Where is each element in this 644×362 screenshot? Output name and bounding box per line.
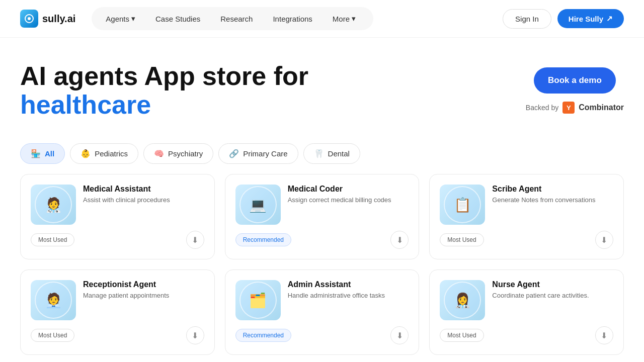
agent-figure: 🗂️ xyxy=(249,292,267,309)
filter-all[interactable]: 🏪All xyxy=(20,143,65,164)
filter-icon-primary-care: 🔗 xyxy=(229,149,239,158)
agent-badge: Most Used xyxy=(440,329,484,342)
agent-badge: Recommended xyxy=(235,329,291,342)
card-bottom: Most Used ⬇ xyxy=(31,231,204,249)
download-button[interactable]: ⬇ xyxy=(390,231,409,249)
filter-primary-care[interactable]: 🔗Primary Care xyxy=(218,143,298,164)
agent-badge: Recommended xyxy=(235,233,291,246)
yc-badge: Y xyxy=(562,102,575,114)
agent-badge: Most Used xyxy=(440,233,484,246)
agent-title: Scribe Agent xyxy=(492,185,613,194)
card-bottom: Recommended ⬇ xyxy=(235,326,409,344)
card-info: Nurse Agent Coordinate patient care acti… xyxy=(492,280,613,300)
download-button[interactable]: ⬇ xyxy=(186,231,204,249)
card-top: 🗂️ Admin Assistant Handle administrative… xyxy=(235,280,409,320)
agent-desc: Handle administrative office tasks xyxy=(288,291,409,300)
agent-desc: Generate Notes from conversations xyxy=(492,196,613,205)
download-icon: ⬇ xyxy=(192,331,198,340)
agent-card-scribe-agent[interactable]: 📋 Scribe Agent Generate Notes from conve… xyxy=(429,174,624,259)
agent-desc: Assist with clinical procedures xyxy=(83,196,204,205)
nav-research[interactable]: Research xyxy=(212,11,261,27)
card-top: 💻 Medical Coder Assign correct medical b… xyxy=(235,185,409,225)
download-icon: ⬇ xyxy=(601,235,607,245)
download-button[interactable]: ⬇ xyxy=(595,231,613,249)
download-button[interactable]: ⬇ xyxy=(186,326,204,344)
agent-image: 📋 xyxy=(440,185,485,225)
agent-desc: Assign correct medical billing codes xyxy=(288,196,409,205)
card-info: Scribe Agent Generate Notes from convers… xyxy=(492,185,613,205)
agent-card-admin-assistant[interactable]: 🗂️ Admin Assistant Handle administrative… xyxy=(225,269,420,355)
agent-figure: 📋 xyxy=(454,197,471,213)
sign-in-button[interactable]: Sign In xyxy=(503,9,551,29)
agent-figure: 💻 xyxy=(249,197,267,213)
filter-tabs: 🏪All👶Pediatrics🧠Psychiatry🔗Primary Care🦷… xyxy=(0,135,644,174)
nav-integrations[interactable]: Integrations xyxy=(265,11,320,27)
hero-section: AI agents App store for healthcare Book … xyxy=(0,38,644,135)
card-info: Medical Assistant Assist with clinical p… xyxy=(83,185,204,205)
external-link-icon: ↗ xyxy=(606,14,613,23)
book-demo-button[interactable]: Book a demo xyxy=(534,67,616,94)
agent-title: Receptionist Agent xyxy=(83,280,204,289)
chevron-down-icon: ▾ xyxy=(352,14,356,23)
agent-title: Admin Assistant xyxy=(288,280,409,289)
filter-pediatrics[interactable]: 👶Pediatrics xyxy=(70,143,138,164)
navbar: sully.ai Agents ▾ Case Studies Research … xyxy=(0,0,644,38)
download-button[interactable]: ⬇ xyxy=(595,326,613,344)
download-button[interactable]: ⬇ xyxy=(390,326,409,344)
card-top: 👩‍⚕️ Nurse Agent Coordinate patient care… xyxy=(440,280,613,320)
card-info: Receptionist Agent Manage patient appoin… xyxy=(83,280,204,300)
card-info: Medical Coder Assign correct medical bil… xyxy=(288,185,409,205)
filter-icon-all: 🏪 xyxy=(31,149,41,158)
filter-psychiatry[interactable]: 🧠Psychiatry xyxy=(143,143,213,164)
filter-icon-dental: 🦷 xyxy=(314,149,324,158)
agent-image: 🧑‍⚕️ xyxy=(31,185,76,225)
card-bottom: Most Used ⬇ xyxy=(440,326,613,344)
agent-card-medical-coder[interactable]: 💻 Medical Coder Assign correct medical b… xyxy=(225,174,420,259)
card-top: 🧑‍⚕️ Medical Assistant Assist with clini… xyxy=(31,185,204,225)
card-bottom: Most Used ⬇ xyxy=(440,231,613,249)
chevron-down-icon: ▾ xyxy=(131,14,135,23)
combinator-label: Combinator xyxy=(579,103,624,112)
filter-icon-psychiatry: 🧠 xyxy=(154,149,164,158)
nav-right: Sign In Hire Sully ↗ xyxy=(503,9,624,29)
download-icon: ⬇ xyxy=(601,331,607,340)
hire-sully-button[interactable]: Hire Sully ↗ xyxy=(557,9,624,28)
agent-title: Medical Assistant xyxy=(83,185,204,194)
card-bottom: Recommended ⬇ xyxy=(235,231,409,249)
agent-badge: Most Used xyxy=(31,233,74,246)
hero-right: Book a demo Backed by Y Combinator xyxy=(526,67,624,114)
agent-image: 🗂️ xyxy=(235,280,281,320)
agent-title: Nurse Agent xyxy=(492,280,613,289)
agent-badge: Most Used xyxy=(31,329,74,342)
card-top: 🧑‍💼 Receptionist Agent Manage patient ap… xyxy=(31,280,204,320)
download-icon: ⬇ xyxy=(396,235,403,245)
card-top: 📋 Scribe Agent Generate Notes from conve… xyxy=(440,185,613,225)
card-info: Admin Assistant Handle administrative of… xyxy=(288,280,409,300)
agents-grid: 🧑‍⚕️ Medical Assistant Assist with clini… xyxy=(0,174,644,362)
backed-by-label: Backed by xyxy=(526,104,558,112)
agent-figure: 👩‍⚕️ xyxy=(454,292,471,309)
logo-icon xyxy=(20,10,38,28)
download-icon: ⬇ xyxy=(396,331,403,340)
nav-agents[interactable]: Agents ▾ xyxy=(98,10,143,27)
agent-desc: Coordinate patient care activities. xyxy=(492,291,613,300)
logo-text: sully.ai xyxy=(42,13,75,25)
agent-card-nurse-agent[interactable]: 👩‍⚕️ Nurse Agent Coordinate patient care… xyxy=(429,269,624,355)
agent-card-medical-assistant[interactable]: 🧑‍⚕️ Medical Assistant Assist with clini… xyxy=(20,174,215,259)
backed-by: Backed by Y Combinator xyxy=(526,102,624,114)
agent-image: 🧑‍💼 xyxy=(31,280,76,320)
hero-text: AI agents App store for healthcare xyxy=(20,62,423,119)
agent-image: 👩‍⚕️ xyxy=(440,280,485,320)
agent-image: 💻 xyxy=(235,185,281,225)
logo[interactable]: sully.ai xyxy=(20,10,75,28)
agent-desc: Manage patient appointments xyxy=(83,291,204,300)
agent-card-receptionist-agent[interactable]: 🧑‍💼 Receptionist Agent Manage patient ap… xyxy=(20,269,215,355)
agent-figure: 🧑‍⚕️ xyxy=(45,197,62,213)
filter-icon-pediatrics: 👶 xyxy=(80,149,91,158)
card-bottom: Most Used ⬇ xyxy=(31,326,204,344)
filter-dental[interactable]: 🦷Dental xyxy=(303,143,360,164)
agent-title: Medical Coder xyxy=(288,185,409,194)
agent-figure: 🧑‍💼 xyxy=(45,292,62,309)
nav-more[interactable]: More ▾ xyxy=(325,10,364,27)
nav-case-studies[interactable]: Case Studies xyxy=(147,11,208,27)
